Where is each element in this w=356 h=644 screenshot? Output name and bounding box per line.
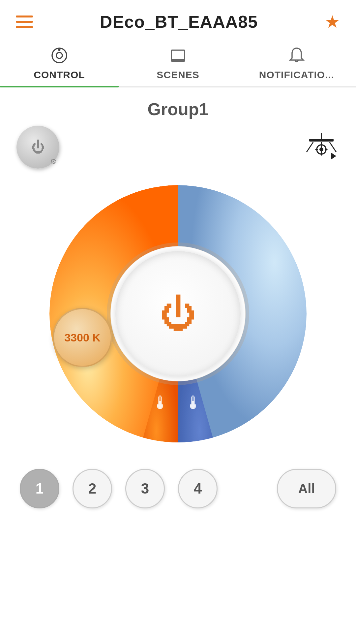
svg-point-2 <box>58 49 61 51</box>
group-buttons-bar: 1 2 3 4 All <box>0 456 356 522</box>
group-button-4[interactable]: 4 <box>178 469 218 508</box>
tab-control[interactable]: CONTROL <box>0 40 119 86</box>
notifications-tab-icon <box>287 46 306 66</box>
control-tab-icon <box>50 46 69 66</box>
tab-notifications[interactable]: NOTIFICATIO... <box>237 40 356 86</box>
color-wheel[interactable]: 3300 K ⏻ 🌡 🌡 <box>43 178 313 449</box>
svg-line-9 <box>307 142 313 152</box>
group-title-bar: Group1 <box>0 87 356 126</box>
gear-small-icon: ⚙ <box>50 157 57 166</box>
color-wheel-container: 3300 K ⏻ 🌡 🌡 <box>0 172 356 456</box>
favorite-button[interactable]: ★ <box>325 12 340 32</box>
svg-point-1 <box>56 52 62 58</box>
warm-thermometer-icon: 🌡 <box>152 392 169 413</box>
group-button-2[interactable]: 2 <box>73 469 112 508</box>
tab-control-label: CONTROL <box>34 69 85 80</box>
group-button-1[interactable]: 1 <box>20 469 59 508</box>
group-button-all[interactable]: All <box>277 469 336 508</box>
scene-play-button[interactable] <box>303 132 340 162</box>
power-main-button[interactable]: ⏻ <box>115 251 241 376</box>
power-main-icon: ⏻ <box>160 296 196 332</box>
tab-scenes[interactable]: SCENES <box>119 40 237 86</box>
temperature-badge[interactable]: 3300 K <box>53 308 112 367</box>
group-button-3[interactable]: 3 <box>125 469 165 508</box>
header: DEco_BT_EAAA85 ★ <box>0 0 356 40</box>
scene-play-icon <box>303 132 340 162</box>
group-title: Group1 <box>7 99 349 119</box>
menu-button[interactable] <box>16 16 33 28</box>
cool-thermometer-icon: 🌡 <box>185 392 202 413</box>
tab-notifications-label: NOTIFICATIO... <box>259 69 334 80</box>
tab-scenes-label: SCENES <box>157 69 199 80</box>
scenes-tab-icon <box>169 46 187 66</box>
control-row: ⏻ ⚙ <box>0 126 356 169</box>
svg-line-10 <box>330 142 336 152</box>
svg-point-13 <box>319 147 323 151</box>
temperature-value: 3300 K <box>64 331 101 344</box>
svg-rect-8 <box>309 139 334 142</box>
power-small-button[interactable]: ⏻ ⚙ <box>16 126 59 169</box>
tab-bar: CONTROL SCENES NOTIFICATIO... <box>0 40 356 87</box>
svg-rect-6 <box>171 59 185 61</box>
svg-marker-18 <box>331 153 336 159</box>
device-title: DEco_BT_EAAA85 <box>100 12 258 32</box>
power-small-icon: ⏻ <box>31 139 45 155</box>
